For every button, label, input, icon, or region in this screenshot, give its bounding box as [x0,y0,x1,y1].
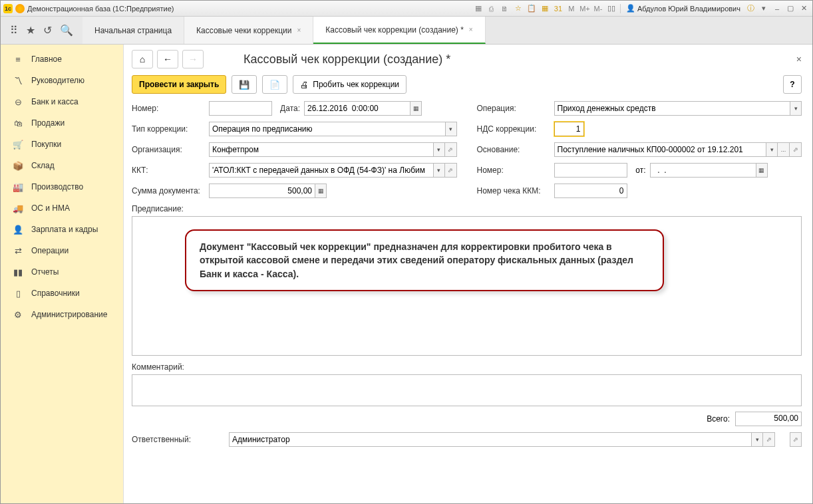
sidebar-item-manager[interactable]: 〽Руководителю [1,70,123,91]
org-input[interactable] [209,142,433,157]
ops-icon: ⇄ [13,245,23,256]
bag-icon: 🛍 [13,118,23,128]
close-page-icon[interactable]: × [796,54,802,64]
print-icon[interactable]: ⎙ [486,3,498,15]
sidebar-item-sales[interactable]: 🛍Продажи [1,112,123,134]
favorite-icon[interactable]: ☆ [512,3,524,15]
open-icon[interactable]: ⬀ [790,142,802,157]
dropdown-small-icon[interactable]: ▾ [758,3,770,15]
forward-button[interactable]: → [182,50,204,68]
mminus-icon[interactable]: M- [592,3,604,15]
ot-date-input[interactable] [650,163,756,178]
callout-text: Документ "Кассовый чек коррекции" предна… [200,241,633,279]
sidebar-item-hr[interactable]: 👤Зарплата и кадры [1,219,123,240]
calendar-picker-icon[interactable]: ▦ [410,101,422,116]
toolbar-icon-1[interactable]: ▦ [472,3,484,15]
sidebar-item-references[interactable]: ▯Справочники [1,283,123,304]
info-callout: Документ "Кассовый чек коррекции" предна… [185,229,664,291]
coin-icon: ⊖ [13,96,23,107]
post-close-button[interactable]: Провести и закрыть [132,75,226,94]
calendar-icon[interactable]: 31 [552,3,564,15]
sidebar-item-main[interactable]: ≡Главное [1,49,123,70]
date-input[interactable] [304,101,410,116]
number2-label: Номер: [477,166,550,175]
tab-corrections-list[interactable]: Кассовые чеки коррекции× [184,17,313,44]
sidebar-item-reports[interactable]: ▮▮Отчеты [1,261,123,283]
tab-correction-create[interactable]: Кассовый чек коррекции (создание) *× [313,17,485,44]
clipboard-icon[interactable]: 📋 [526,3,538,15]
sidebar-item-bank[interactable]: ⊖Банк и касса [1,91,123,112]
kkt-input[interactable] [209,163,433,178]
responsible-input[interactable] [229,432,751,447]
doc-icon[interactable]: 🗎 [499,3,511,15]
apps-icon[interactable]: ⠿ [10,24,18,37]
sidebar-item-purchases[interactable]: 🛒Покупки [1,134,123,155]
calc-picker-icon[interactable]: ▦ [315,184,327,198]
number2-input[interactable] [554,163,627,178]
search-icon[interactable]: 🔍 [60,24,73,37]
home-button[interactable]: ⌂ [132,50,153,68]
dropdown-icon[interactable]: ▾ [445,122,457,136]
close-window-icon[interactable]: ✕ [798,3,810,15]
comment-label: Комментарий: [132,362,802,372]
user-display[interactable]: 👤 Абдулов Юрий Владимирович [623,4,743,13]
chart-icon: 〽 [13,75,23,86]
comment-textarea[interactable] [132,374,802,406]
dropdown-icon[interactable]: ▾ [751,432,763,447]
panels-icon[interactable]: ▯▯ [605,3,617,15]
cart-icon: 🛒 [13,139,23,150]
post-button[interactable]: 📄 [262,75,287,94]
history-icon[interactable]: ↺ [43,24,52,37]
sidebar-item-production[interactable]: 🏭Производство [1,176,123,197]
sidebar-item-warehouse[interactable]: 📦Склад [1,155,123,176]
sidebar-item-admin[interactable]: ⚙Администрирование [1,304,123,325]
close-icon[interactable]: × [297,27,301,34]
maximize-icon[interactable]: ▢ [784,3,796,15]
close-icon[interactable]: × [469,26,473,33]
info-icon[interactable]: ⓘ [744,3,756,15]
truck-icon: 🚚 [13,203,23,213]
m-icon[interactable]: M [566,3,577,15]
user-icon: 👤 [626,4,635,13]
minimize-icon[interactable]: – [771,3,783,15]
open-icon[interactable]: ⬀ [445,163,457,178]
back-button[interactable]: ← [157,50,178,68]
sidebar-item-assets[interactable]: 🚚ОС и НМА [1,197,123,219]
basis-input[interactable] [554,142,766,157]
punch-check-button[interactable]: 🖨Пробить чек коррекции [293,75,406,94]
total-value: 500,00 [735,412,802,426]
corr-type-input[interactable] [209,122,445,136]
open-icon[interactable]: ⬀ [763,432,775,447]
titlebar: 1c Демонстрационная база (1С:Предприятие… [1,1,812,17]
kkt-label: ККТ: [132,166,205,175]
total-label: Всего: [707,414,730,424]
bars-icon: ▮▮ [13,267,23,277]
calc-icon[interactable]: ▦ [539,3,551,15]
number-input[interactable] [209,101,272,116]
tab-start[interactable]: Начальная страница [82,17,184,44]
prescription-label: Предписание: [132,204,802,213]
vat-input[interactable] [554,122,584,136]
post-icon: 📄 [269,80,280,90]
star-icon[interactable]: ★ [26,24,35,37]
open-icon[interactable]: ⬀ [445,142,457,157]
calendar-picker-icon[interactable]: ▦ [756,163,768,178]
kkm-input[interactable] [554,184,627,198]
factory-icon: 🏭 [13,182,23,192]
book-icon: ▯ [13,288,23,299]
help-button[interactable]: ? [783,75,802,94]
gear-icon: ⚙ [13,309,23,320]
sidebar-item-operations[interactable]: ⇄Операции [1,240,123,261]
open-icon[interactable]: ⬀ [790,432,802,447]
more-button[interactable]: ... [778,142,790,157]
mplus-icon[interactable]: M+ [579,3,591,15]
topbar: ⠿ ★ ↺ 🔍 Начальная страница Кассовые чеки… [1,17,812,45]
dropdown-icon[interactable]: ▾ [433,163,445,178]
dropdown-icon[interactable]: ▾ [433,142,445,157]
save-button[interactable]: 💾 [232,75,257,94]
dropdown-icon[interactable] [15,4,25,13]
dropdown-icon[interactable]: ▾ [766,142,778,157]
dropdown-icon[interactable]: ▾ [790,101,802,116]
operation-input[interactable] [554,101,790,116]
sum-input[interactable] [209,184,315,198]
